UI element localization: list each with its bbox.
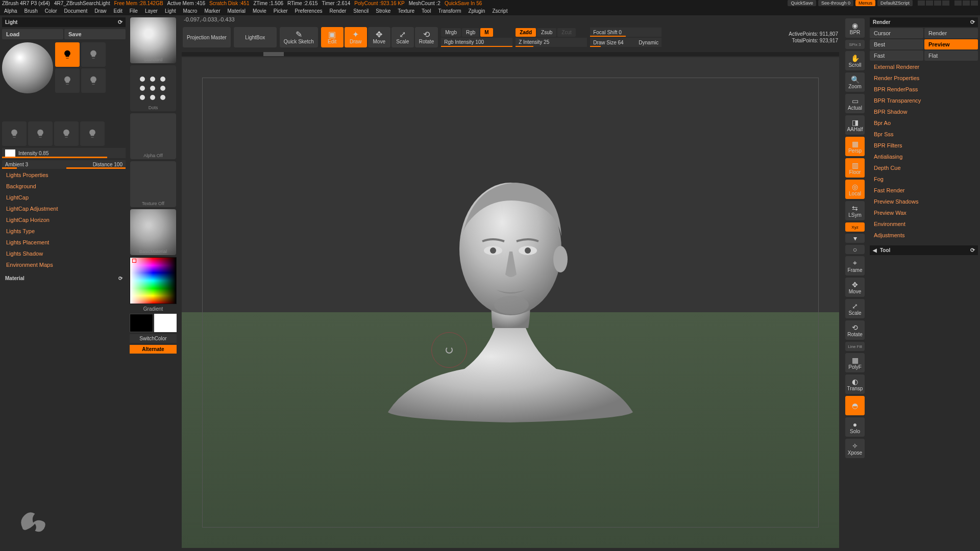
light-slot-4[interactable] (81, 68, 106, 93)
material-panel-header[interactable]: Material ⟳ (2, 274, 126, 283)
lights-placement[interactable]: Lights Placement (2, 237, 126, 247)
seethrough-slider[interactable]: See-through 0 (818, 0, 853, 6)
background[interactable]: Background (2, 181, 126, 191)
adjustments[interactable]: Adjustments (870, 230, 978, 240)
reload-icon[interactable]: ⟳ (970, 19, 975, 26)
bpr-renderpass[interactable]: BPR RenderPass (870, 84, 978, 94)
menu-file[interactable]: File (130, 8, 138, 14)
floor-button[interactable]: ▥Floor (845, 158, 865, 178)
save-button[interactable]: Save (64, 29, 126, 39)
bpr-transparency[interactable]: BPR Transparency (870, 95, 978, 106)
external-renderer[interactable]: External Renderer (870, 62, 978, 72)
fast-render[interactable]: Fast Render (870, 185, 978, 195)
distance-slider[interactable]: Distance 100 (93, 162, 122, 167)
render-panel-header[interactable]: Render ⟳ (870, 17, 978, 27)
lsym-button[interactable]: ⇆LSym (845, 201, 865, 220)
linefill-button[interactable]: Line Fill (845, 342, 865, 351)
intensity-slider[interactable]: Intensity 0.85 (2, 148, 126, 158)
menu-edit[interactable]: Edit (114, 8, 122, 14)
aahalf-button[interactable]: ◨AAHalf (845, 115, 865, 135)
bpr-filters[interactable]: BPR Filters (870, 140, 978, 151)
preview-wax[interactable]: Preview Wax (870, 208, 978, 218)
alternate-button[interactable]: Alternate (130, 345, 177, 354)
zcut-toggle[interactable]: Zcut (557, 28, 575, 37)
lights-shadow[interactable]: Lights Shadow (2, 248, 126, 259)
preview-button[interactable]: Preview (924, 39, 978, 49)
frame-button[interactable]: ⌖Frame (845, 256, 865, 276)
maximize-icon[interactable] (963, 1, 970, 6)
menu-light[interactable]: Light (165, 8, 176, 14)
lightcap-horizon[interactable]: LightCap Horizon (2, 215, 126, 225)
primary-color[interactable] (154, 314, 177, 332)
flat-button[interactable]: Flat (924, 51, 978, 61)
menu-picker[interactable]: Picker (274, 8, 288, 14)
color-picker[interactable] (130, 257, 177, 304)
menu-movie[interactable]: Movie (253, 8, 266, 14)
transp-button[interactable]: ◐Transp (845, 374, 865, 394)
layout-buttons[interactable] (918, 1, 949, 6)
environment[interactable]: Environment (870, 219, 978, 229)
bpr-shadow[interactable]: BPR Shadow (870, 107, 978, 117)
menu-zscript[interactable]: Zscript (492, 8, 507, 14)
lightbox-button[interactable]: LightBox (234, 27, 277, 47)
menus-toggle[interactable]: Menus (855, 0, 875, 6)
bpr-sss[interactable]: Bpr Sss (870, 129, 978, 139)
menu-tool[interactable]: Tool (422, 8, 431, 14)
render-button[interactable]: Render (924, 28, 978, 38)
close-icon[interactable] (971, 1, 978, 6)
fog[interactable]: Fog (870, 174, 978, 184)
menu-stencil[interactable]: Stencil (353, 8, 369, 14)
draw-size-slider[interactable]: Draw Size 64Dynamic (590, 38, 662, 47)
ghost-button[interactable]: ◓ (845, 396, 865, 415)
menu-texture[interactable]: Texture (398, 8, 414, 14)
bpr-button[interactable]: ◉BPR (845, 18, 865, 38)
menu-zplugin[interactable]: Zplugin (469, 8, 485, 14)
brush-thumbnail[interactable]: Standard (130, 17, 176, 63)
move-mode-button[interactable]: ✥Move (368, 27, 390, 47)
zadd-toggle[interactable]: Zadd (516, 28, 536, 37)
rgb-intensity-slider[interactable]: Rgb Intensity 100 (441, 38, 512, 47)
stroke-thumbnail[interactable]: Dots (130, 65, 176, 111)
preview-shadows[interactable]: Preview Shadows (870, 196, 978, 207)
menu-transform[interactable]: Transform (438, 8, 461, 14)
reload-icon[interactable]: ⟳ (970, 247, 975, 254)
tool-panel-header[interactable]: ◀ Tool ⟳ (870, 245, 978, 255)
menu-material[interactable]: Material (228, 8, 246, 14)
move-button[interactable]: ✥Move (845, 278, 865, 297)
m-toggle[interactable]: M (480, 28, 493, 37)
xpose-button[interactable]: ✧Xpose (845, 439, 865, 458)
environment-maps[interactable]: Environment Maps (2, 260, 126, 270)
zoom-button[interactable]: 🔍Zoom (845, 72, 865, 92)
z-intensity-slider[interactable]: Z Intensity 25 (516, 38, 587, 47)
quicksketch-button[interactable]: ✎Quick Sketch (280, 27, 318, 47)
viewport-canvas[interactable] (182, 57, 839, 548)
menu-marker[interactable]: Marker (204, 8, 220, 14)
antialiasing[interactable]: Antialiasing (870, 152, 978, 162)
light-panel-header[interactable]: Light ⟳ (2, 17, 126, 27)
menu-brush[interactable]: Brush (24, 8, 38, 14)
focal-shift-slider[interactable]: Focal Shift 0 (590, 28, 662, 37)
zsub-toggle[interactable]: Zsub (537, 28, 556, 37)
best-button[interactable]: Best (870, 39, 923, 49)
minimize-icon[interactable] (954, 1, 962, 6)
lights-type[interactable]: Lights Type (2, 226, 126, 236)
edit-mode-button[interactable]: ▣Edit (321, 27, 344, 47)
draw-mode-button[interactable]: ✦Draw (345, 27, 367, 47)
scale-mode-button[interactable]: ⤢Scale (391, 27, 414, 47)
light-slot-5[interactable] (2, 121, 27, 146)
light-slot-1[interactable] (55, 42, 80, 67)
layout-name[interactable]: DefaultZScript (877, 0, 913, 6)
spix-slider[interactable]: SPix 3 (845, 40, 865, 49)
render-properties[interactable]: Render Properties (870, 73, 978, 83)
lightcap-adjustment[interactable]: LightCap Adjustment (2, 204, 126, 214)
canvas-scrollbar[interactable] (182, 52, 839, 56)
cursor-button[interactable]: Cursor (870, 28, 923, 38)
menu-macro[interactable]: Macro (183, 8, 198, 14)
light-color-swatch[interactable] (5, 149, 15, 157)
reload-icon[interactable]: ⟳ (118, 19, 122, 26)
reload-icon[interactable]: ⟳ (118, 276, 122, 281)
rotate-mode-button[interactable]: ⟲Rotate (415, 27, 438, 47)
secondary-color[interactable] (130, 314, 153, 332)
scale-button[interactable]: ⤢Scale (845, 299, 865, 318)
lightcap[interactable]: LightCap (2, 192, 126, 203)
